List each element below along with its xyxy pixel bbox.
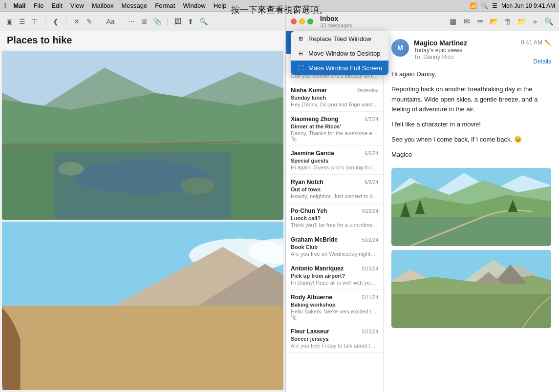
toolbar-separator-3 [100,18,100,25]
menu-message[interactable]: Message [119,2,150,9]
msg-sender-2: Nisha Kumar [291,87,327,94]
reply-icon[interactable]: ✉ [461,16,472,27]
archive-icon[interactable]: 📂 [489,16,499,27]
to-name: Danny Rico [423,54,453,61]
svg-point-7 [181,177,215,194]
toolbar-separator-4 [121,18,121,25]
menu-bar:  Mail File Edit View Mailbox Message Fo… [0,0,559,12]
msg-time-6: 5/29/24 [362,208,378,214]
message-item-4[interactable]: Jasmine Garcia 6/6/24 Special guests Hi … [286,146,383,175]
image-icon[interactable]: 🖼 [173,17,182,26]
control-center-icon[interactable]: ☰ [492,2,497,9]
msg-subject-4: Special guests [291,158,378,164]
msg-sender-9: Rody Albuerne [291,294,332,301]
back-icon[interactable]: ❮ [51,17,60,26]
circle-grid-icon[interactable]: ▦ [448,16,458,27]
menu-window[interactable]: Window [180,2,208,9]
email-sender-name: Magico Martinez [414,39,521,47]
fullscreen-button[interactable] [307,19,313,24]
email-body-line-4: Magico [391,150,551,160]
new-message-icon[interactable]: ✏ [475,16,486,27]
search-mail-icon[interactable]: 🔍 [543,16,554,27]
more-icon[interactable]: » [530,16,540,27]
menu-format[interactable]: Format [152,2,178,9]
close-button[interactable] [291,19,297,24]
message-item-5[interactable]: Ryan Notch 6/5/24 Out of town Howdy, nei… [286,175,383,204]
avatar: M [391,39,409,57]
msg-header-3: Xiaomeng Zhong 6/7/24 [291,116,378,123]
search-menubar-icon[interactable]: 🔍 [481,2,488,9]
email-detail: M Magico Martinez Today's epic views To:… [384,31,559,392]
svg-point-6 [58,162,84,176]
menu-edit[interactable]: Edit [48,2,65,9]
msg-subject-10: Soccer jerseys [291,336,378,342]
left-title-area: Places to hike [0,31,285,49]
toolbar-separator-1 [45,18,45,25]
delete-icon[interactable]: ✕ [72,17,81,26]
details-link[interactable]: Details [533,58,551,65]
share-icon[interactable]: ⬆ [186,17,195,26]
msg-sender-4: Jasmine Garcia [291,150,334,157]
dropdown-make-fullscreen[interactable]: ⛶ Make Window Full Screen [291,61,388,75]
inbox-title-area: Inbox 33 messages [320,15,352,28]
msg-preview-10: Are you free Friday to talk about the ne… [291,343,378,349]
menu-help[interactable]: Help [211,2,230,9]
message-item-6[interactable]: Po-Chun Yeh 5/29/24 Lunch call? Think yo… [286,204,383,232]
folder-icon[interactable]: 📁 [516,16,527,27]
menu-view[interactable]: View [67,2,87,9]
dropdown-move-desktop[interactable]: ⊟ Move Window to Desktop [291,46,388,61]
email-time-area: 9:41 AM ✏️ [521,39,551,46]
message-item-9[interactable]: Rody Albuerne 5/11/24 Baking workshop He… [286,290,383,324]
mountains-image-top [391,168,551,246]
table-icon[interactable]: ⊞ [140,17,149,26]
menu-mailbox[interactable]: Mailbox [89,2,117,9]
msg-header-6: Po-Chun Yeh 5/29/24 [291,207,378,214]
font-icon[interactable]: Aa [106,17,115,26]
attach-icon[interactable]: 📎 [152,17,161,26]
traffic-lights [291,19,313,24]
message-item-3[interactable]: Xiaomeng Zhong 6/7/24 Dinner at the Rico… [286,112,383,146]
right-panel: Inbox 33 messages ▦ ✉ ✏ 📂 🗑 📁 » 🔍 ⊞ Repl… [286,12,559,392]
fullscreen-icon: ⛶ [297,64,304,72]
msg-time-5: 6/5/24 [365,180,378,185]
msg-preview-9: Hello Bakers, We're very excited to have… [291,309,378,314]
inbox-title: Inbox [320,15,352,22]
menu-file[interactable]: File [30,2,46,9]
msg-time-8: 5/15/24 [362,266,378,271]
list-view-icon[interactable]: ☰ [18,17,26,26]
trash-icon[interactable]: 🗑 [502,16,513,27]
replace-tiled-icon: ⊞ [297,35,304,42]
message-item-10[interactable]: Fleur Lasseur 5/10/24 Soccer jerseys Are… [286,324,383,353]
compose-icon[interactable]: ✎ [85,17,94,26]
sidebar-toggle-icon[interactable]: ▣ [5,17,14,26]
msg-header-5: Ryan Notch 6/5/24 [291,179,378,186]
msg-preview-6: Think you'll be free for a lunchtime cha… [291,222,378,228]
menu-mail[interactable]: Mail [10,2,28,9]
email-meta: Magico Martinez Today's epic views To: D… [414,39,521,61]
align-icon[interactable]: ⋯ [127,17,136,26]
menubar-right: 📶 🔍 ☰ Mon Jun 10 9:41 AM [470,2,555,9]
search-left-icon[interactable]: 🔍 [199,17,208,26]
svg-rect-14 [2,306,283,390]
grid-view-icon[interactable]: ⊤ [30,17,39,26]
message-list[interactable]: Magico Martinez another breathtaking day… [286,31,384,392]
msg-time-3: 6/7/24 [365,117,378,122]
replace-tiled-label: Replace Tiled Window [308,35,371,42]
photo-top [2,51,283,220]
msg-preview-3: Danny, Thanks for the awesome evening! I… [291,130,378,136]
mountains-image-bottom [391,250,551,328]
to-label: To: [414,54,422,61]
mail-body: Magico Martinez another breathtaking day… [286,31,559,392]
left-toolbar: ▣ ☰ ⊤ ❮ ✕ ✎ Aa ⋯ ⊞ 📎 🖼 ⬆ 🔍 [0,12,285,31]
message-item-7[interactable]: Graham McBride 5/22/24 Book Club Are you… [286,232,383,261]
msg-time-4: 6/6/24 [365,151,378,156]
dropdown-replace-tiled[interactable]: ⊞ Replace Tiled Window [291,31,388,46]
apple-menu[interactable]:  [4,2,6,10]
minimize-button[interactable] [299,19,305,24]
message-item-2[interactable]: Nisha Kumar Yesterday Sunday lunch Hey D… [286,83,383,112]
email-time: 9:41 AM [521,39,542,46]
left-panel-title: Places to hike [7,35,72,46]
msg-subject-8: Pick up from airport? [291,273,378,279]
message-item-8[interactable]: Antonio Manriquez 5/15/24 Pick up from a… [286,261,383,290]
dropdown-menu: ⊞ Replace Tiled Window ⊟ Move Window to … [291,31,388,75]
